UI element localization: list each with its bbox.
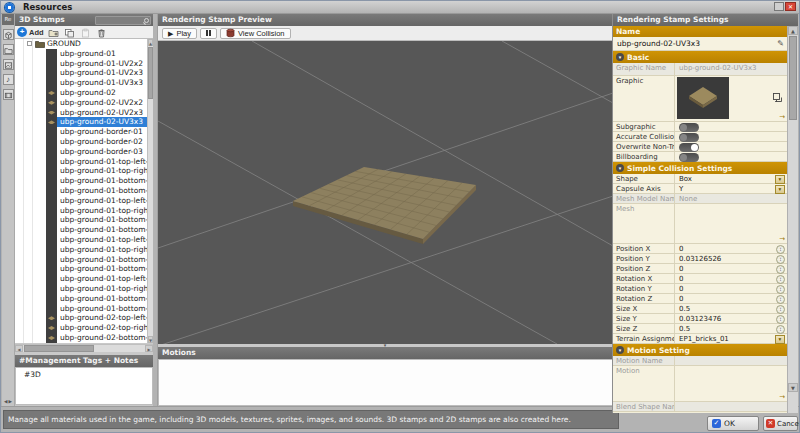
tree-item[interactable]: ubp-ground-01-top-right-C [15, 245, 153, 255]
stepper-icon[interactable]: ↕ [776, 285, 785, 294]
tree-item[interactable]: ubp-ground-01-bottom-left-C-UV2x2 [15, 294, 153, 304]
tree-item[interactable]: ubp-ground-01-top-right-B [15, 206, 153, 216]
new-folder-button[interactable] [47, 26, 60, 38]
replace-graphic-button[interactable] [772, 91, 783, 102]
terrain-dropdown[interactable]: ▾ [775, 335, 785, 344]
expand-arrow-icon[interactable]: → [779, 114, 785, 121]
value-field[interactable]: 0 [675, 274, 787, 284]
value-field[interactable]: 0.03123476 [675, 314, 787, 324]
tags-note-field[interactable]: #3D [15, 367, 153, 405]
audio-note-icon[interactable]: ♪ [3, 74, 14, 85]
motions-list[interactable] [158, 359, 613, 406]
preview-3d-viewport[interactable] [158, 41, 613, 344]
toggle-switch[interactable] [679, 143, 699, 152]
value-field[interactable]: 0.5 [675, 324, 787, 334]
tree-horizontal-scrollbar[interactable]: ◀ ▶ [15, 344, 153, 352]
tree-item[interactable]: ubp-ground-02-top-right-B [15, 323, 153, 333]
scroll-left-icon[interactable]: ◀ [15, 345, 23, 352]
tree-item[interactable]: ubp-ground-01-bottom-left-B [15, 215, 153, 225]
tree-item[interactable]: ubp-ground-02-bottom-left-B [15, 333, 153, 343]
tree-item[interactable]: ubp-ground-01-bottom-right-C-UV2x2 [15, 304, 153, 314]
expand-toggle-icon[interactable] [27, 41, 32, 46]
duplicate-button[interactable] [63, 26, 76, 38]
stamp-2d-image-icon[interactable] [3, 59, 14, 70]
name-field[interactable]: ubp-ground-02-UV3x3 [613, 37, 787, 50]
tree-item[interactable]: ubp-ground-01-top-left-C [15, 235, 153, 245]
rail-scroll-arrows[interactable]: ◀▶ [2, 399, 15, 404]
scroll-thumb[interactable] [789, 36, 797, 120]
tree-item[interactable]: ubp-ground-01-bottom-right-A [15, 186, 153, 196]
close-button[interactable]: ✕ [785, 2, 796, 11]
movie-film-icon[interactable] [3, 89, 14, 100]
expand-arrow-icon[interactable]: → [779, 236, 785, 243]
value-field[interactable]: 0.5 [675, 304, 787, 314]
scroll-thumb[interactable] [24, 345, 94, 352]
tree-item[interactable]: ubp-ground-01-top-left-C-UV2x2 [15, 274, 153, 284]
stepper-icon[interactable]: ↕ [776, 325, 785, 334]
value-field[interactable]: 0 [675, 264, 787, 274]
edit-pencil-icon[interactable]: ✎ [777, 39, 784, 48]
tree-item[interactable]: ubp-ground-border-03 [15, 147, 153, 157]
tree-item[interactable]: ubp-ground-01-bottom-right-B [15, 225, 153, 235]
view-collision-button[interactable]: View Collision [220, 28, 291, 39]
search-input[interactable] [95, 16, 151, 25]
toggle-switch[interactable] [679, 153, 699, 162]
toggle-switch[interactable] [679, 133, 699, 142]
tree-item[interactable]: ubp-ground-01 [15, 49, 153, 59]
tree-item[interactable]: ubp-ground-01-UV2x2 [15, 59, 153, 69]
tree-item[interactable]: ubp-ground-01-top-right-A [15, 166, 153, 176]
stepper-icon[interactable]: ↕ [776, 265, 785, 274]
scroll-down-icon[interactable]: ▼ [788, 383, 798, 392]
tree-item[interactable]: ubp-ground-01-bottom-left-C [15, 255, 153, 265]
ok-button[interactable]: ✓ OK [707, 416, 759, 431]
tree-item[interactable]: ubp-ground-02-UV3x3 [15, 117, 153, 127]
tree-item[interactable]: ubp-ground-01-UV3x3 [15, 78, 153, 88]
tree-folder-ground[interactable]: GROUND [15, 39, 153, 49]
scroll-down-icon[interactable]: ▼ [148, 336, 153, 343]
tree-item[interactable]: ubp-ground-02-UV2x2 [15, 98, 153, 108]
stepper-icon[interactable]: ↕ [776, 255, 785, 264]
stepper-icon[interactable]: ↕ [776, 305, 785, 314]
tree-item[interactable]: ubp-ground-border-02 [15, 137, 153, 147]
value-field[interactable]: 0.03126526 [675, 254, 787, 264]
settings-scrollbar[interactable]: ▲ ▼ [787, 26, 798, 413]
tree-item[interactable]: ubp-ground-border-01 [15, 127, 153, 137]
paste-button[interactable] [79, 26, 92, 38]
tree-item[interactable]: ubp-ground-01-bottom-left-A [15, 176, 153, 186]
tree-item[interactable]: ubp-ground-01-top-left-B [15, 196, 153, 206]
value-field[interactable]: 0 [675, 244, 787, 254]
scroll-right-icon[interactable]: ▶ [145, 345, 153, 352]
tree-item[interactable]: ubp-ground-01-top-right-C-UV2x2 [15, 284, 153, 294]
scroll-up-icon[interactable]: ▲ [148, 39, 153, 46]
scroll-thumb[interactable] [148, 47, 153, 99]
pause-button[interactable] [200, 28, 217, 39]
rail-collapse-button[interactable]: Re [2, 14, 14, 25]
tree-item[interactable]: ubp-ground-02 [15, 88, 153, 98]
tree-item[interactable]: ubp-ground-02-UV2x3 [15, 108, 153, 118]
collapse-badge-icon[interactable]: ▾ [616, 346, 624, 354]
tree-item[interactable]: ubp-ground-01-UV2x3 [15, 68, 153, 78]
stepper-icon[interactable]: ↕ [776, 295, 785, 304]
cancel-button[interactable]: ✕ Cancel [763, 416, 798, 431]
tree-item[interactable]: ubp-ground-02-top-left-B [15, 313, 153, 323]
maximize-button[interactable] [774, 2, 784, 11]
tree-vertical-scrollbar[interactable]: ▲ ▼ [147, 39, 153, 343]
play-button[interactable]: ▶ Play [162, 28, 197, 39]
expand-arrow-icon[interactable]: → [779, 394, 785, 401]
stamp-3d-folder-icon[interactable] [3, 44, 14, 55]
delete-trash-icon[interactable] [95, 26, 108, 38]
stepper-icon[interactable]: ↕ [776, 315, 785, 324]
scroll-up-icon[interactable]: ▲ [788, 26, 798, 35]
stepper-icon[interactable]: ↕ [776, 275, 785, 284]
tree-item-label: ubp-ground-02-top-right-B [57, 323, 153, 333]
toggle-switch[interactable] [679, 123, 699, 132]
stepper-icon[interactable]: ↕ [776, 245, 785, 254]
value-field[interactable]: 0 [675, 294, 787, 304]
value-field[interactable]: 0 [675, 284, 787, 294]
tree-item[interactable]: ubp-ground-01-top-left-A [15, 157, 153, 167]
collapse-badge-icon[interactable]: ▾ [616, 53, 624, 61]
tree-item[interactable]: ubp-ground-01-bottom-right-C [15, 264, 153, 274]
collapse-badge-icon[interactable]: ▾ [616, 164, 624, 172]
cube-3d-icon[interactable] [3, 29, 14, 40]
add-stamp-button[interactable]: + Add [17, 27, 44, 37]
